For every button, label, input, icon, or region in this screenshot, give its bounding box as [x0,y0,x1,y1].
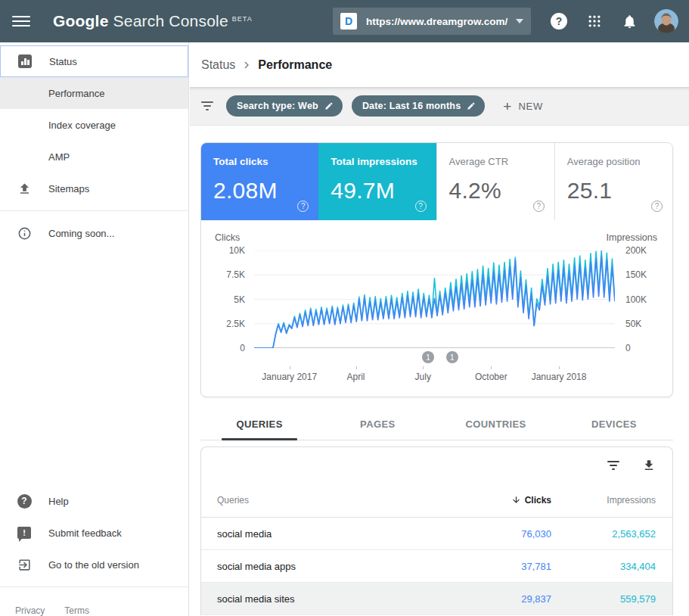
question-icon[interactable] [297,201,309,212]
metric-total-clicks[interactable]: Total clicks 2.08M [201,143,318,220]
table-row[interactable]: social media 76,030 2,563,652 [201,518,672,550]
sidebar-item-submit-feedback[interactable]: Submit feedback [0,517,188,549]
x-tick-mark [290,366,290,369]
sidebar-footer-links: Privacy Terms [0,593,188,616]
sidebar-item-sitemaps[interactable]: Sitemaps [0,173,188,204]
header-clicks[interactable]: Clicks [438,495,551,506]
apps-grid-icon[interactable] [587,14,602,29]
sidebar-item-performance[interactable]: Performance [0,77,188,109]
header-queries[interactable]: Queries [201,495,438,506]
tab-devices[interactable]: DEVICES [555,411,673,440]
filter-chip-search-type[interactable]: Search type: Web [226,95,343,117]
chip-label: Search type: Web [237,101,318,111]
x-axis-label: July [415,372,431,382]
table-header-row: Queries Clicks Impressions [201,483,672,518]
property-favicon: D [340,13,357,30]
y-axis-label: 5K [234,294,245,305]
y-axis-label: 10K [229,245,245,256]
terms-link[interactable]: Terms [64,605,89,616]
notifications-bell-icon[interactable] [622,14,638,30]
header-impressions[interactable]: Impressions [551,495,672,506]
metric-average-ctr[interactable]: Average CTR 4.2% [436,143,554,220]
metric-cards: Total clicks 2.08M Total impressions 49.… [201,143,672,220]
question-icon[interactable] [533,201,545,212]
query-cell: social media [201,528,438,540]
download-icon[interactable] [642,459,656,472]
sidebar-item-status[interactable]: Status [0,45,188,77]
info-icon [0,226,48,241]
main-content: Status Performance Search type: Web Date… [190,42,689,616]
tab-pages[interactable]: PAGES [318,411,436,440]
help-circle-icon [0,494,48,509]
y-axis-label: 7.5K [226,269,245,280]
tab-countries[interactable]: COUNTRIES [437,411,555,440]
page-title: Performance [258,58,332,72]
performance-chart: Clicks Impressions 10K7.5K5K2.5K0200K150… [201,220,672,397]
query-cell: social media apps [201,561,438,572]
plus-icon: + [503,99,511,114]
chevron-right-icon [240,58,253,72]
question-icon[interactable] [651,201,663,212]
table-filter-icon[interactable] [607,461,619,470]
sidebar-item-old-version[interactable]: Go to the old version [0,549,188,580]
clicks-cell: 29,837 [438,593,551,605]
help-icon[interactable] [551,13,567,30]
dimension-tabs: QUERIES PAGES COUNTRIES DEVICES [200,411,673,440]
privacy-link[interactable]: Privacy [15,605,45,616]
tab-queries[interactable]: QUERIES [200,411,318,440]
right-axis-title: Impressions [607,232,657,243]
property-selector[interactable]: D https://www.dreamgrow.com/ [333,8,531,35]
query-cell: social media sites [201,593,438,605]
y-axis-label: 50K [625,319,641,329]
status-chart-icon [1,54,49,68]
filter-chip-date[interactable]: Date: Last 16 months [352,95,485,117]
impressions-cell: 559,579 [551,593,672,605]
user-avatar[interactable] [654,9,678,33]
breadcrumb-status[interactable]: Status [201,58,235,72]
sidebar-item-label: Sitemaps [48,183,89,194]
logo-product: Search Console [113,12,228,30]
y-axis-label: 200K [625,245,647,256]
sidebar-divider [0,210,188,211]
content-area: Total clicks 2.08M Total impressions 49.… [190,126,689,615]
clicks-cell: 76,030 [438,528,551,540]
sidebar-item-label: AMP [48,151,70,163]
sidebar-item-label: Performance [48,88,104,99]
table-row[interactable]: social media apps 37,781 334,404 [201,550,672,583]
sidebar-item-amp[interactable]: AMP [0,141,188,173]
top-bar: Google Search Console BETA D https://www… [0,0,689,42]
chart-annotation-badge[interactable]: 1 [422,351,434,363]
x-axis-label: January 2018 [532,372,587,382]
app-logo: Google Search Console BETA [53,12,253,30]
sidebar-item-label: Go to the old version [48,559,139,571]
beta-badge: BETA [232,15,253,23]
table-toolbar [201,447,672,483]
sidebar-item-index-coverage[interactable]: Index coverage [0,109,188,141]
x-axis-label: January 2017 [262,372,317,382]
chevron-down-icon [516,19,523,23]
edit-pencil-icon [467,101,476,110]
sidebar: Status Performance Index coverage AMP Si… [0,42,189,616]
filter-icon[interactable] [201,101,213,110]
new-filter-button[interactable]: + NEW [503,99,543,114]
chart-annotation-badge[interactable]: 1 [446,351,458,363]
metric-total-impressions[interactable]: Total impressions 49.7M [318,143,436,220]
logo-google: Google [53,12,109,30]
filter-bar: Search type: Web Date: Last 16 months + … [190,87,689,126]
menu-icon[interactable] [12,12,30,30]
table-row[interactable]: social media sites 29,837 559,579 [201,583,672,615]
app-window: Google Search Console BETA D https://www… [0,0,689,616]
clicks-cell: 37,781 [438,561,551,572]
sidebar-item-label: Index coverage [48,120,116,131]
breadcrumb: Status Performance [190,42,689,87]
chip-label: Date: Last 16 months [362,101,461,111]
sidebar-item-label: Status [49,56,77,67]
sort-desc-icon [511,495,521,505]
x-tick-mark [491,366,492,369]
sidebar-divider [0,586,188,587]
metric-average-position[interactable]: Average position 25.1 [554,143,672,220]
upload-icon [0,182,48,196]
question-icon[interactable] [415,201,427,212]
chart-plot[interactable]: 10K7.5K5K2.5K0200K150K100K50K0 [254,250,615,348]
sidebar-item-help[interactable]: Help [0,485,188,517]
